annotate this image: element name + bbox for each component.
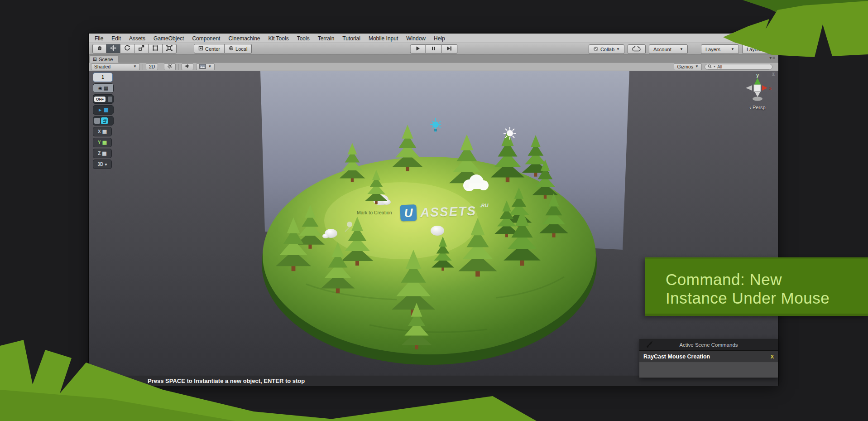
layout-button[interactable]: Layout▼ [742,44,777,54]
z-axis-grid-button[interactable]: Z▦ [93,149,112,158]
grid-icon: ▦ [102,129,107,134]
lock-icon: ⚿ [772,72,775,77]
axis-y-label: y [756,73,759,78]
toggle-knob [94,118,100,124]
rotate-tool-icon [124,44,131,53]
projection-label: Persp [753,105,766,110]
chevron-down-icon: ▼ [713,65,716,68]
grid-size-button[interactable]: 1 [93,73,113,82]
rect-tool-button[interactable] [149,44,163,53]
grid-lock-toggle[interactable] [93,116,114,126]
handle-local-button[interactable]: Local [225,44,252,53]
account-button[interactable]: Account▼ [649,44,688,54]
brush-icon [647,341,654,350]
grid-visibility-button[interactable]: ◉▦ [93,83,114,93]
menu-window[interactable]: Window [402,34,430,43]
shading-mode-label: Shaded [94,64,110,69]
main-toolbar: Center Local Collab▼ Account▼ [89,43,778,55]
chevron-down-icon: ▼ [133,65,137,68]
push-to-grid-button[interactable]: ►▦ [93,105,114,115]
menu-tutorial[interactable]: Tutorial [338,34,364,43]
2d-toggle-button[interactable]: 2D [146,63,158,70]
pause-icon [431,45,436,53]
transform-tools [92,44,177,53]
back-axis-cone [746,85,752,91]
command-label: RayCast Mouse Creation [643,353,771,360]
scene-grid-icon: ⊞ [93,56,97,62]
chevron-down-icon: ▼ [769,48,773,51]
scale-tool-icon [138,44,145,53]
snap-off-toggle[interactable]: OFF [93,94,114,104]
pause-button[interactable] [426,44,441,53]
space-label: Local [235,46,247,52]
transform-tool-button[interactable] [163,44,177,53]
gizmos-label: Gizmos [677,64,693,69]
menu-gameobject[interactable]: GameObject [149,34,188,43]
speaker-icon [185,63,190,70]
persp-arrow: ‹ [749,105,753,110]
menu-assets[interactable]: Assets [125,34,149,43]
cloud-icon [632,46,641,53]
panel-title: Active Scene Commands [679,342,738,348]
globe-icon [229,46,234,52]
lighting-toggle-button[interactable] [164,63,176,70]
shading-mode-dropdown[interactable]: Shaded▼ [91,63,140,70]
menu-component[interactable]: Component [188,34,224,43]
layers-button[interactable]: Layers▼ [701,44,739,54]
search-value: All [717,64,722,69]
chevron-down-icon: ▼ [695,65,699,68]
lock-icon [101,117,108,124]
search-icon [708,64,712,69]
scale-tool-button[interactable] [134,44,149,53]
axis-x-label: x [769,86,772,91]
effects-dropdown-button[interactable]: ▼ [196,63,215,70]
menu-kit-tools[interactable]: Kit Tools [264,34,293,43]
step-button[interactable] [441,44,457,53]
leaf [743,0,868,26]
pivot-icon [198,46,203,52]
hand-tool-button[interactable] [92,44,106,53]
x-axis-grid-button[interactable]: X▦ [93,127,112,136]
collab-check-icon [593,46,599,53]
collab-button[interactable]: Collab▼ [589,44,624,54]
menu-mobile-input[interactable]: Mobile Input [364,34,402,43]
scene-tab-label: Scene [99,57,113,62]
play-button[interactable] [410,44,426,53]
menu-help[interactable]: Help [430,34,449,43]
divider [143,64,143,70]
chevron-down-icon: ▼ [731,48,734,51]
scene-object-label: Mark to Creation [357,210,392,215]
y-axis-grid-button[interactable]: Y▦ [93,138,112,147]
menu-terrain[interactable]: Terrain [314,34,339,43]
chevron-down-icon: ▼ [616,48,620,51]
account-label: Account [653,47,671,52]
rotate-tool-button[interactable] [120,44,134,53]
divider [178,64,179,70]
menu-edit[interactable]: Edit [107,34,125,43]
audio-toggle-button[interactable] [182,63,193,70]
2d-label: 2D [149,64,155,69]
command-row[interactable]: RayCast Mouse Creation X [639,351,778,363]
tab-options-icon[interactable]: ▾≡ [769,55,776,60]
panel-footer [639,363,778,377]
orientation-gizmo[interactable]: y ⚿ x ‹ Persp [739,72,776,110]
play-icon [415,45,421,53]
menu-file[interactable]: File [91,34,107,43]
panel-header[interactable]: Active Scene Commands [639,339,778,351]
gizmos-dropdown[interactable]: Gizmos▼ [674,63,702,70]
directional-light-gizmo[interactable] [504,127,516,140]
scene-control-bar: Shaded▼ 2D ▼ Gizmos▼ ▼ All [89,63,778,71]
cloud-button[interactable] [628,44,646,54]
command-banner: Command: New Instance Under Mouse [645,257,868,316]
tab-scene[interactable]: ⊞ Scene [90,55,119,63]
sun-icon [167,63,173,70]
3d-mode-button[interactable]: 3D♥ [93,160,112,169]
scene-search-input[interactable]: ▼ All [705,64,772,70]
step-icon [446,45,452,53]
move-tool-button[interactable] [106,44,120,53]
dismiss-command-button[interactable]: X [771,354,774,359]
pivot-center-button[interactable]: Center [194,44,225,53]
menu-tools[interactable]: Tools [293,34,314,43]
menu-cinemachine[interactable]: Cinemachine [224,34,264,43]
arrow-right-icon: ► [98,107,102,112]
